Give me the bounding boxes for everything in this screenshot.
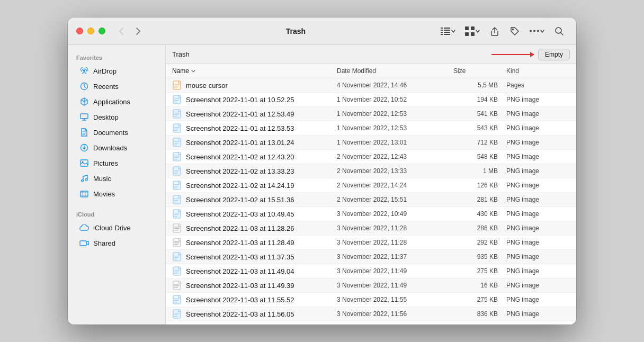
table-row[interactable]: Screenshot 2022-11-01 at 13.01.24 1 Nove… (166, 136, 576, 150)
file-name-cell: Screenshot 2022-11-03 at 11.28.26 (172, 223, 337, 233)
table-row[interactable]: Screenshot 2022-11-01 at 12.53.53 1 Nove… (166, 121, 576, 136)
file-date: 3 November 2022, 10:49 (337, 210, 453, 218)
sidebar-item-movies[interactable]: Movies (71, 186, 162, 201)
table-row[interactable]: Screenshot 2022-11-01 at 12.53.49 1 Nove… (166, 107, 576, 121)
documents-label: Documents (93, 129, 128, 137)
sidebar-item-recents[interactable]: Recents (71, 79, 162, 94)
svg-rect-60 (174, 200, 178, 201)
sidebar-item-applications[interactable]: Applications (71, 94, 162, 109)
kind-column-header[interactable]: Kind (506, 67, 570, 75)
svg-rect-49 (174, 159, 177, 159)
grid-view-button[interactable] (462, 24, 483, 38)
pictures-label: Pictures (93, 159, 118, 167)
size-column-header[interactable]: Size (453, 67, 506, 75)
svg-rect-50 (173, 167, 181, 175)
file-icon (172, 123, 182, 133)
table-row[interactable]: Screenshot 2022-11-02 at 15.51.36 2 Nove… (166, 193, 576, 207)
svg-rect-87 (174, 299, 180, 299)
file-name-cell: mouse cursor (172, 80, 337, 90)
icloud-header: iCloud (68, 208, 165, 220)
sidebar-item-pictures[interactable]: Pictures (71, 156, 162, 170)
list-view-button[interactable] (437, 25, 459, 37)
icloud-drive-icon (79, 223, 89, 232)
sidebar-item-desktop[interactable]: Desktop (71, 110, 162, 124)
table-row[interactable]: Screenshot 2022-11-03 at 11.56.05 3 Nove… (166, 307, 576, 321)
name-column-header[interactable]: Name (172, 67, 337, 75)
table-row[interactable]: Screenshot 2022-11-03 at 11.28.49 3 Nove… (166, 236, 576, 250)
file-name: Screenshot 2022-11-03 at 11.49.39 (186, 282, 294, 290)
airdrop-label: AirDrop (93, 67, 117, 75)
table-row[interactable]: Screenshot 2022-11-03 at 11.49.39 3 Nove… (166, 278, 576, 293)
file-size: 543 KB (453, 124, 506, 132)
table-row[interactable]: Screenshot 2022-11-03 at 11.49.04 3 Nove… (166, 264, 576, 278)
movies-label: Movies (93, 190, 115, 198)
svg-rect-37 (174, 116, 177, 116)
more-button[interactable] (526, 27, 548, 35)
svg-rect-46 (173, 152, 181, 161)
svg-rect-92 (174, 314, 178, 315)
svg-rect-36 (174, 114, 178, 115)
svg-rect-69 (174, 230, 178, 231)
table-row[interactable]: Screenshot 2022-11-03 at 11.55.52 3 Nove… (166, 293, 576, 307)
sidebar-item-airdrop[interactable]: AirDrop (71, 64, 162, 78)
svg-rect-54 (173, 181, 181, 190)
sidebar-item-shared[interactable]: Shared (71, 236, 162, 250)
table-row[interactable]: Screenshot 2022-11-03 at 11.28.26 3 Nove… (166, 221, 576, 236)
sidebar-item-downloads[interactable]: Downloads (71, 140, 162, 155)
file-icon (172, 295, 182, 304)
file-size: 281 KB (453, 196, 506, 203)
sidebar-item-icloud-drive[interactable]: iCloud Drive (71, 220, 162, 235)
empty-button[interactable]: Empty (538, 49, 570, 60)
file-icon (172, 152, 182, 161)
table-row[interactable]: Screenshot 2022-11-03 at 10.49.45 3 Nove… (166, 207, 576, 221)
svg-rect-62 (173, 210, 181, 218)
share-button[interactable] (486, 23, 503, 40)
svg-point-15 (537, 30, 539, 32)
table-row[interactable]: Screenshot 2022-11-02 at 13.33.23 2 Nove… (166, 164, 576, 178)
file-size: 126 KB (453, 182, 506, 189)
close-button[interactable] (76, 28, 83, 34)
sidebar-item-music[interactable]: Music (71, 171, 162, 186)
file-kind: PNG image (506, 310, 570, 318)
date-column-header[interactable]: Date Modified (337, 67, 453, 75)
table-row[interactable]: Screenshot 2022-11-02 at 14.24.19 2 Nove… (166, 178, 576, 193)
file-name: Screenshot 2022-11-01 at 12.53.53 (186, 124, 294, 132)
file-kind: PNG image (506, 296, 570, 303)
minimize-button[interactable] (87, 28, 94, 34)
favorites-header: Favorites (68, 51, 165, 63)
file-list: Name Date Modified Size Kind (166, 64, 576, 325)
svg-rect-32 (174, 100, 178, 101)
file-kind: PNG image (506, 210, 570, 218)
back-button[interactable] (114, 24, 129, 39)
airdrop-icon (79, 66, 89, 76)
file-kind: PNG image (506, 196, 570, 203)
table-row[interactable]: mouse cursor 4 November 2022, 14:46 5,5 … (166, 78, 576, 93)
file-name-cell: Screenshot 2022-11-03 at 11.49.39 (172, 281, 337, 290)
table-row[interactable]: Screenshot 2022-11-01 at 10.52.25 1 Nove… (166, 93, 576, 107)
file-size: 935 KB (453, 253, 506, 260)
forward-button[interactable] (131, 24, 146, 39)
file-icon (172, 195, 182, 204)
file-date: 2 November 2022, 13:33 (337, 167, 453, 175)
svg-rect-30 (173, 95, 181, 104)
svg-rect-73 (174, 244, 178, 245)
svg-rect-35 (174, 113, 180, 113)
shared-label: Shared (93, 239, 115, 247)
svg-rect-78 (173, 267, 181, 275)
table-row[interactable]: Screenshot 2022-11-02 at 12.43.20 2 Nove… (166, 150, 576, 164)
table-row[interactable]: Screenshot 2022-11-03 at 11.37.35 3 Nove… (166, 250, 576, 264)
file-icon (172, 138, 182, 147)
file-name: Screenshot 2022-11-02 at 15.51.36 (186, 196, 294, 204)
downloads-icon (79, 143, 89, 152)
svg-rect-72 (174, 242, 180, 244)
maximize-button[interactable] (99, 28, 105, 34)
svg-rect-86 (173, 295, 181, 304)
sidebar-item-documents[interactable]: Documents (71, 125, 162, 140)
search-button[interactable] (551, 23, 568, 40)
tag-button[interactable] (506, 23, 523, 40)
file-icon (172, 238, 182, 247)
file-size: 1 MB (453, 167, 506, 175)
file-icon (172, 80, 182, 90)
file-size: 5,5 MB (453, 82, 506, 89)
file-list-header: Name Date Modified Size Kind (166, 64, 576, 78)
